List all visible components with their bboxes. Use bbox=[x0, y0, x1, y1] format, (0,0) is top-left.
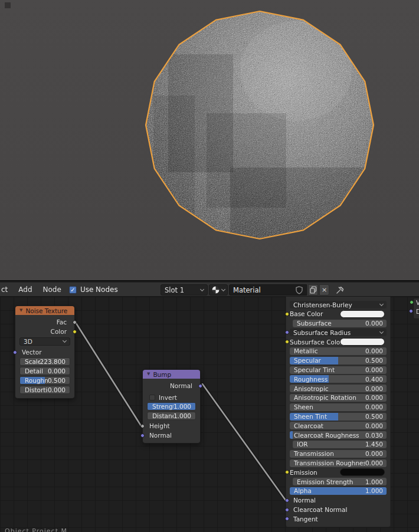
chevron-down-icon bbox=[379, 301, 384, 306]
panel-row-transmission[interactable]: Transmission0.000 bbox=[290, 450, 387, 458]
principled-bsdf-panel[interactable]: Christensen-BurleyBase ColorSubsurface0.… bbox=[286, 297, 391, 527]
invert-checkbox-row[interactable]: Invert bbox=[143, 393, 200, 402]
slider-value: 0.000 bbox=[365, 347, 387, 354]
close-icon: × bbox=[322, 286, 327, 294]
slider-distance[interactable]: Distance1.000 bbox=[147, 412, 196, 420]
node-editor-header: ct Add Node ✓ Use Nodes Slot 1 bbox=[0, 283, 419, 297]
normal-output-socket[interactable] bbox=[198, 384, 202, 388]
material-name-field[interactable]: Material bbox=[229, 284, 307, 295]
unlink-material-button[interactable]: × bbox=[319, 284, 329, 295]
new-material-copy-button[interactable] bbox=[308, 284, 318, 295]
noise-dimension-dropdown[interactable]: 3D bbox=[19, 337, 70, 346]
normal-input-socket[interactable] bbox=[285, 498, 289, 503]
input-label: Vector bbox=[22, 349, 41, 356]
panel-row-emission[interactable]: Emission bbox=[290, 468, 387, 476]
collapse-triangle-icon[interactable]: ▼ bbox=[147, 372, 150, 376]
slider-value: 0.000 bbox=[365, 403, 387, 411]
noise-input-vector[interactable]: Vector bbox=[15, 347, 74, 357]
menu-select-partial[interactable]: ct bbox=[0, 285, 13, 294]
subsurface-color-input-socket[interactable] bbox=[285, 340, 289, 344]
3d-viewport[interactable] bbox=[0, 0, 419, 281]
status-text-partial: Object Project M bbox=[5, 527, 67, 532]
link-normal-to-normal bbox=[202, 384, 287, 502]
slider-scale[interactable]: Scale223.800 bbox=[19, 357, 70, 366]
fac-output-socket[interactable] bbox=[73, 320, 77, 324]
material-output-node-partial[interactable]: V D bbox=[413, 298, 419, 319]
panel-row-transmission-roughness[interactable]: Transmission Roughness0.000 bbox=[290, 459, 387, 467]
emission-input-socket[interactable] bbox=[285, 470, 289, 474]
output-label: Normal bbox=[170, 382, 192, 389]
volume-input-socket[interactable] bbox=[410, 300, 414, 304]
bump-node[interactable]: ▼ Bump Normal Invert Strength1.000Distan… bbox=[142, 369, 201, 444]
fake-user-shield-icon[interactable] bbox=[296, 286, 303, 294]
panel-row-specular[interactable]: Specular0.500 bbox=[290, 357, 387, 364]
menu-add[interactable]: Add bbox=[13, 285, 37, 294]
noise-output-fac[interactable]: Fac bbox=[15, 317, 74, 327]
checkbox-icon[interactable]: ✓ bbox=[69, 286, 77, 294]
pin-button[interactable] bbox=[335, 284, 345, 295]
panel-row-emission-strength[interactable]: Emission Strength1.000 bbox=[293, 478, 387, 485]
node-title: Bump bbox=[153, 371, 171, 378]
base-color-input-socket[interactable] bbox=[285, 312, 289, 316]
slider-label: Anisotropic bbox=[290, 385, 365, 392]
panel-row-anisotropic-rotation[interactable]: Anisotropic Rotation0.000 bbox=[290, 394, 387, 402]
panel-row-clearcoat-roughness[interactable]: Clearcoat Roughness0.030 bbox=[290, 431, 387, 439]
node-editor-canvas[interactable]: ▼ Noise Texture FacColor 3D Vector Scale… bbox=[0, 297, 419, 532]
subsurface-radius-input-socket[interactable] bbox=[285, 330, 289, 334]
use-nodes-toggle[interactable]: ✓ Use Nodes bbox=[69, 285, 118, 294]
noise-texture-node-header[interactable]: ▼ Noise Texture bbox=[15, 306, 74, 315]
dropdown-label: Christensen-Burley bbox=[293, 301, 376, 308]
slider-distortion[interactable]: Distortion0.000 bbox=[19, 386, 70, 394]
panel-row-subsurface-radius[interactable]: Subsurface Radius bbox=[290, 329, 387, 336]
slider-roughness[interactable]: Roughness0.500 bbox=[19, 376, 70, 385]
panel-row-sheen-tint[interactable]: Sheen Tint0.500 bbox=[290, 413, 387, 421]
color-swatch[interactable] bbox=[340, 338, 385, 346]
vector-input-socket[interactable] bbox=[13, 350, 17, 354]
slider-value: 1.000 bbox=[174, 412, 195, 419]
tangent-input-socket[interactable] bbox=[285, 517, 289, 521]
panel-row-tangent[interactable]: Tangent bbox=[290, 515, 387, 523]
material-name: Material bbox=[233, 286, 261, 294]
slider-detail[interactable]: Detail0.000 bbox=[19, 367, 70, 375]
bump-params: Strength1.000Distance1.000 bbox=[143, 402, 200, 420]
slider-value: 0.000 bbox=[365, 385, 387, 392]
material-name-group: Material × bbox=[229, 284, 329, 295]
slider-label: Subsurface bbox=[293, 320, 365, 327]
panel-row-base-color[interactable]: Base Color bbox=[290, 310, 387, 318]
collapse-triangle-icon[interactable]: ▼ bbox=[19, 308, 22, 313]
preview-sphere[interactable] bbox=[142, 7, 378, 243]
bump-output-normal[interactable]: Normal bbox=[143, 381, 200, 390]
invert-checkbox[interactable] bbox=[149, 395, 155, 400]
panel-row-roughness[interactable]: Roughness0.400 bbox=[290, 375, 387, 383]
color-output-socket[interactable] bbox=[73, 330, 77, 334]
slot-dropdown[interactable]: Slot 1 bbox=[161, 284, 208, 295]
normal-input-socket[interactable] bbox=[140, 434, 145, 438]
slider-label: Transmission bbox=[290, 450, 365, 457]
menu-node[interactable]: Node bbox=[38, 285, 67, 294]
panel-row-alpha[interactable]: Alpha1.000 bbox=[290, 487, 387, 495]
panel-row-christensen-burley[interactable]: Christensen-Burley bbox=[290, 301, 387, 308]
panel-row-metallic[interactable]: Metallic0.000 bbox=[290, 347, 387, 355]
bump-node-header[interactable]: ▼ Bump bbox=[143, 370, 200, 379]
panel-row-anisotropic[interactable]: Anisotropic0.000 bbox=[290, 385, 387, 392]
input-label: Tangent bbox=[293, 515, 318, 523]
height-input-socket[interactable] bbox=[140, 424, 145, 428]
clearcoat-normal-input-socket[interactable] bbox=[285, 508, 289, 512]
panel-row-clearcoat[interactable]: Clearcoat0.000 bbox=[290, 422, 387, 429]
displacement-input-socket[interactable] bbox=[409, 309, 413, 313]
panel-row-sheen[interactable]: Sheen0.000 bbox=[290, 403, 387, 411]
panel-row-specular-tint[interactable]: Specular Tint0.000 bbox=[290, 366, 387, 374]
color-swatch[interactable] bbox=[340, 310, 385, 318]
panel-row-ior[interactable]: IOR1.450 bbox=[293, 441, 387, 448]
panel-row-subsurface-color[interactable]: Subsurface Color bbox=[290, 338, 387, 346]
panel-row-subsurface[interactable]: Subsurface0.000 bbox=[293, 320, 387, 327]
noise-output-color[interactable]: Color bbox=[15, 327, 74, 336]
slider-strength[interactable]: Strength1.000 bbox=[147, 402, 196, 411]
panel-row-clearcoat-normal[interactable]: Clearcoat Normal bbox=[290, 506, 387, 514]
color-swatch[interactable] bbox=[340, 468, 385, 476]
panel-row-normal[interactable]: Normal bbox=[290, 497, 387, 504]
noise-texture-node[interactable]: ▼ Noise Texture FacColor 3D Vector Scale… bbox=[15, 306, 75, 399]
bump-input-normal[interactable]: Normal bbox=[143, 431, 200, 440]
bump-input-height[interactable]: Height bbox=[143, 421, 200, 431]
material-browse-button[interactable] bbox=[209, 284, 228, 295]
